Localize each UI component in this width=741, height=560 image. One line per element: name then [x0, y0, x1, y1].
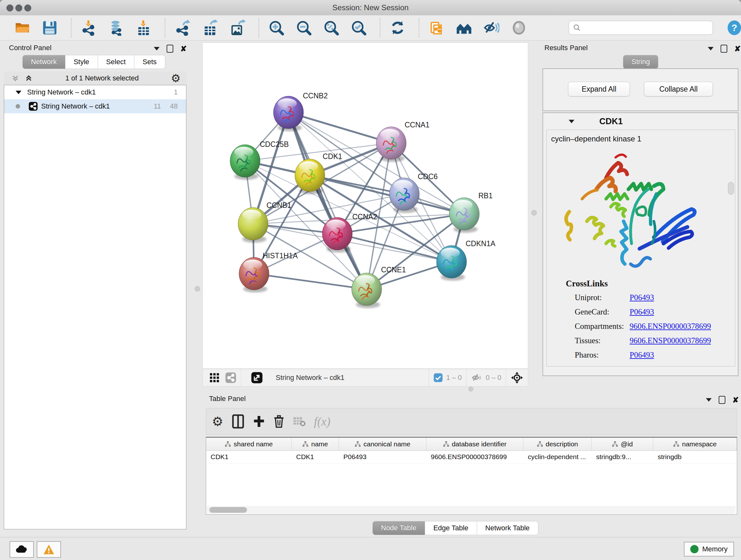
string-view-icon[interactable] — [225, 372, 237, 383]
table-cell[interactable]: P06493 — [339, 451, 426, 463]
network-node-CCNA1[interactable] — [376, 127, 406, 162]
network-node-HIST1H1A[interactable] — [239, 257, 269, 293]
network-node-RB1[interactable] — [449, 198, 479, 233]
results-scrollbar-thumb[interactable] — [728, 182, 734, 195]
show-columns-icon[interactable] — [232, 415, 245, 428]
help-button[interactable]: ? — [728, 20, 741, 35]
import-table-icon[interactable] — [135, 19, 152, 36]
results-panel-menu-icon[interactable] — [708, 47, 714, 51]
network-edge[interactable] — [288, 112, 367, 289]
import-database-icon[interactable] — [108, 19, 125, 36]
tab-sets[interactable]: Sets — [134, 55, 165, 69]
table-panel-float-icon[interactable] — [719, 396, 725, 404]
network-node-CCNE1[interactable] — [352, 273, 382, 308]
open-session-icon[interactable] — [14, 19, 30, 36]
hidden-eye-icon[interactable] — [471, 372, 482, 383]
table-cell[interactable]: CDK1 — [206, 451, 292, 463]
right-splitter-handle[interactable] — [531, 210, 537, 215]
column-header-canonical-name[interactable]: canonical name — [339, 438, 426, 450]
table-hscrollbar-thumb[interactable] — [209, 507, 247, 513]
table-row[interactable]: CDK1CDK1P064939606.ENSP00000378699cyclin… — [206, 451, 737, 464]
protein-collapse-icon[interactable] — [569, 120, 575, 123]
tab-style[interactable]: Style — [65, 55, 98, 69]
tab-select[interactable]: Select — [98, 55, 134, 69]
tab-edge-table[interactable]: Edge Table — [425, 521, 477, 535]
table-panel-menu-icon[interactable] — [706, 398, 712, 401]
network-node-CCNB1[interactable] — [238, 207, 268, 243]
collection-expand-icon[interactable] — [16, 91, 21, 94]
bottom-splitter-handle[interactable] — [468, 387, 473, 391]
memory-button[interactable]: Memory — [684, 542, 734, 557]
export-table-icon[interactable] — [202, 19, 218, 36]
protein-section-header[interactable]: CDK1 — [543, 113, 738, 130]
network-canvas[interactable]: CCNB2CCNA1CDC25BCDK1CDC6RB1CCNB1CCNA2CDK… — [202, 43, 528, 369]
network-row[interactable]: String Network – cdk1 11 48 — [4, 99, 186, 113]
protein-structure-image[interactable] — [558, 148, 708, 272]
crosslink-link[interactable]: 9606.ENSP00000378699 — [630, 322, 711, 331]
save-session-icon[interactable] — [42, 19, 58, 36]
table-cell[interactable]: 9606.ENSP00000378699 — [426, 451, 523, 463]
home-panel-icon[interactable] — [456, 19, 472, 36]
add-column-icon[interactable] — [253, 415, 265, 428]
network-node-CDC25B[interactable] — [230, 145, 260, 180]
left-splitter-handle[interactable] — [195, 286, 200, 292]
column-header-namespace[interactable]: namespace — [653, 438, 737, 450]
control-panel-close-icon[interactable]: ✘ — [180, 45, 187, 53]
zoom-out-icon[interactable] — [295, 19, 312, 36]
crosslink-link[interactable]: P06493 — [630, 351, 654, 360]
grid-view-icon[interactable] — [209, 372, 220, 383]
table-options-gear-icon[interactable]: ⚙ — [212, 415, 223, 428]
detach-view-icon[interactable] — [251, 372, 263, 384]
table-cell[interactable]: CDK1 — [292, 451, 339, 463]
results-panel-float-icon[interactable] — [721, 45, 727, 53]
birdseye-move-icon[interactable] — [511, 371, 523, 384]
table-cell[interactable]: cyclin-dependent ... — [523, 451, 592, 463]
table-cell[interactable]: stringdb:9... — [592, 451, 653, 463]
selected-checkbox-icon[interactable] — [433, 373, 443, 382]
expand-all-icon[interactable] — [24, 74, 33, 83]
import-network-icon[interactable] — [80, 19, 97, 36]
table-cell[interactable]: stringdb — [653, 451, 737, 463]
search-input[interactable] — [569, 21, 713, 35]
tab-string[interactable]: String — [623, 55, 658, 69]
network-node-CCNB2[interactable] — [273, 96, 304, 131]
control-panel-menu-icon[interactable] — [154, 47, 159, 51]
table-panel-close-icon[interactable]: ✘ — [732, 396, 739, 404]
crosslink-link[interactable]: P06493 — [630, 293, 654, 302]
warning-status-button[interactable] — [37, 541, 61, 558]
network-options-gear-icon[interactable]: ⚙ — [171, 73, 181, 84]
column-header-database-identifier[interactable]: database identifier — [426, 438, 523, 450]
tab-network-table[interactable]: Network Table — [477, 521, 538, 535]
network-edge[interactable] — [254, 273, 367, 289]
network-node-CDC6[interactable] — [389, 178, 419, 213]
delete-column-icon[interactable] — [273, 415, 285, 428]
network-node-CDK1[interactable] — [295, 159, 325, 194]
collapse-all-icon[interactable] — [11, 74, 20, 83]
column-header-description[interactable]: description — [523, 438, 592, 450]
expand-all-button[interactable]: Expand All — [568, 82, 630, 97]
hide-panel-icon[interactable] — [483, 19, 500, 36]
crosslink-link[interactable]: P06493 — [630, 307, 654, 316]
network-node-CDKN1A[interactable] — [436, 246, 467, 281]
column-header-@id[interactable]: @id — [592, 438, 653, 450]
collapse-all-button[interactable]: Collapse All — [644, 82, 713, 97]
apply-style-icon[interactable] — [389, 19, 406, 36]
column-header-shared-name[interactable]: shared name — [206, 438, 292, 450]
network-graph[interactable]: CCNB2CCNA1CDC25BCDK1CDC6RB1CCNB1CCNA2CDK… — [203, 43, 528, 368]
export-image-icon[interactable] — [229, 19, 246, 36]
tab-network[interactable]: Network — [22, 55, 65, 69]
clone-network-icon[interactable] — [428, 19, 445, 36]
control-panel-float-icon[interactable] — [166, 45, 173, 53]
zoom-fit-icon[interactable] — [323, 19, 340, 36]
network-edge[interactable] — [288, 112, 391, 143]
cloud-status-button[interactable] — [10, 541, 34, 558]
results-panel-close-icon[interactable]: ✘ — [734, 45, 741, 53]
tab-node-table[interactable]: Node Table — [373, 521, 425, 535]
crosslink-link[interactable]: 9606.ENSP00000378699 — [630, 336, 711, 345]
network-collection-row[interactable]: String Network – cdk1 1 — [4, 85, 186, 99]
export-network-icon[interactable] — [174, 19, 191, 36]
column-header-name[interactable]: name — [292, 438, 339, 450]
zoom-in-icon[interactable] — [268, 19, 285, 36]
zoom-selected-icon[interactable] — [350, 19, 367, 36]
table-hscrollbar[interactable] — [207, 506, 736, 514]
